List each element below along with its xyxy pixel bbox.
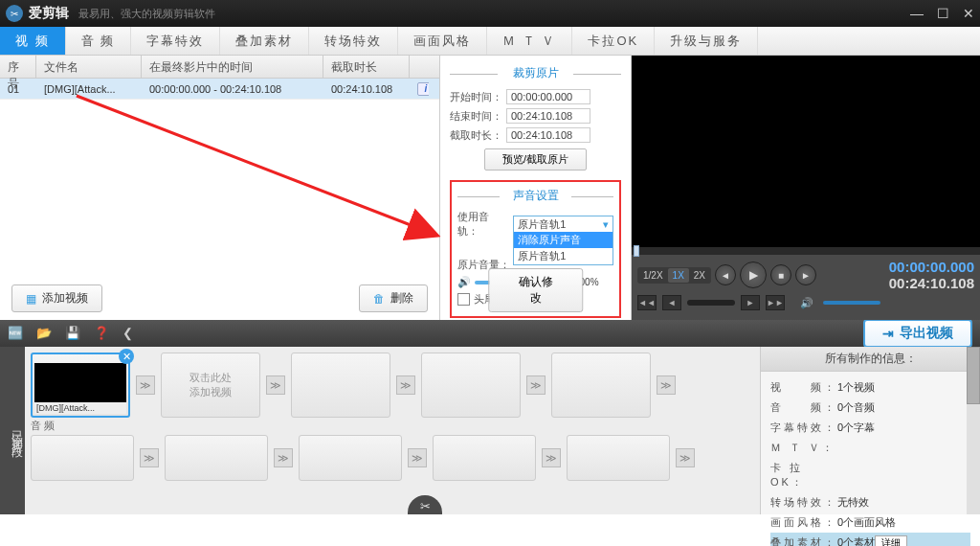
share-icon[interactable]: ❮ bbox=[122, 326, 140, 341]
empty-clip-slot[interactable] bbox=[421, 353, 521, 418]
tab-overlay[interactable]: 叠加素材 bbox=[220, 27, 309, 55]
file-row[interactable]: 01 [DMG][Attack... 00:00:00.000 - 00:24:… bbox=[0, 79, 439, 100]
dropdown-option-track1[interactable]: 原片音轨1 bbox=[514, 248, 612, 264]
titlebar: ✂ 爱剪辑 最易用、强大的视频剪辑软件 — ☐ ✕ bbox=[0, 0, 980, 27]
tab-style[interactable]: 画面风格 bbox=[398, 27, 487, 55]
timeline-label: 已添加片段 bbox=[0, 347, 25, 514]
tab-upgrade[interactable]: 升级与服务 bbox=[655, 27, 758, 55]
chevron-down-icon: ▾ bbox=[603, 218, 609, 231]
total-time: 00:24:10.108 bbox=[889, 275, 974, 291]
app-name: 爱剪辑 bbox=[29, 5, 69, 22]
info-panel: 所有制作的信息： 视 频：1个视频 音 频：0个音频 字幕特效：0个字幕 Ｍ Ｔ… bbox=[760, 347, 980, 514]
trash-icon: 🗑 bbox=[373, 292, 385, 306]
preview-panel: 1/2X 1X 2X ◄ ▶ ■ ► 00:00:00.000 00:24:10… bbox=[632, 56, 980, 320]
col-name: 文件名 bbox=[36, 56, 142, 78]
file-list-panel: 序号 文件名 在最终影片中的时间 截取时长 01 [DMG][Attack...… bbox=[0, 56, 440, 320]
seek-back[interactable]: ◄ bbox=[662, 295, 681, 310]
audio-track-dropdown[interactable]: 原片音轨1▾ 消除原片声音 原片音轨1 bbox=[513, 216, 613, 234]
transition-slot[interactable]: ≫ bbox=[408, 448, 427, 467]
minimize-icon[interactable]: — bbox=[910, 6, 924, 21]
col-dur: 截取时长 bbox=[323, 56, 410, 78]
transition-slot[interactable]: ≫ bbox=[274, 448, 293, 467]
col-num: 序号 bbox=[0, 56, 36, 78]
maximize-icon[interactable]: ☐ bbox=[937, 6, 949, 21]
empty-audio-slot[interactable] bbox=[299, 435, 402, 481]
transition-slot[interactable]: ≫ bbox=[266, 375, 285, 395]
transition-slot[interactable]: ≫ bbox=[396, 375, 415, 395]
tab-karaoke[interactable]: 卡拉OK bbox=[572, 27, 655, 55]
app-subtitle: 最易用、强大的视频剪辑软件 bbox=[78, 7, 215, 21]
fade-checkbox[interactable] bbox=[457, 293, 470, 306]
scissors-icon[interactable]: ✂ bbox=[408, 495, 442, 514]
info-scrollbar[interactable] bbox=[967, 347, 980, 514]
empty-clip-slot[interactable] bbox=[551, 353, 651, 418]
bottom-toolbar: 🆕 📂 💾 ❓ ❮ ⇥ 导出视频 bbox=[0, 320, 980, 347]
info-title: 所有制作的信息： bbox=[761, 347, 980, 372]
scrub-bar[interactable] bbox=[632, 247, 980, 255]
info-icon[interactable]: i bbox=[417, 82, 429, 96]
empty-clip-slot[interactable]: 双击此处 添加视频 bbox=[161, 353, 260, 418]
transition-slot[interactable]: ≫ bbox=[676, 448, 695, 467]
play-button[interactable]: ▶ bbox=[740, 262, 767, 288]
preview-trim-button[interactable]: 预览/截取原片 bbox=[484, 148, 587, 171]
end-time-input[interactable]: 00:24:10.108 bbox=[506, 108, 590, 124]
empty-clip-slot[interactable] bbox=[291, 353, 390, 418]
speed-half[interactable]: 1/2X bbox=[638, 268, 668, 283]
video-preview[interactable] bbox=[632, 56, 980, 247]
speed-selector: 1/2X 1X 2X bbox=[637, 267, 711, 284]
empty-audio-slot[interactable] bbox=[165, 435, 268, 481]
preview-volume-slider[interactable] bbox=[823, 301, 880, 305]
jog-wheel[interactable] bbox=[687, 300, 735, 306]
help-icon[interactable]: ❓ bbox=[94, 326, 111, 341]
add-video-button[interactable]: ▦ 添加视频 bbox=[11, 284, 102, 312]
close-icon[interactable]: ✕ bbox=[963, 6, 974, 21]
speed-2x[interactable]: 2X bbox=[689, 268, 710, 283]
tab-mtv[interactable]: Ｍ Ｔ Ｖ bbox=[487, 27, 572, 55]
audio-track-label: 音 频 bbox=[31, 419, 55, 433]
speaker-icon: 🔊 bbox=[457, 276, 471, 288]
tab-subtitle[interactable]: 字幕特效 bbox=[131, 27, 220, 55]
new-icon[interactable]: 🆕 bbox=[8, 326, 25, 341]
next-button[interactable]: ► bbox=[795, 264, 816, 285]
delete-button[interactable]: 🗑 删除 bbox=[359, 284, 428, 312]
timeline-tracks: ✕ [DMG][Attack... ≫ 双击此处 添加视频 ≫ ≫ ≫ ≫ 音 … bbox=[25, 347, 760, 514]
seek-back-fast[interactable]: ◄◄ bbox=[637, 295, 657, 310]
start-time-input[interactable]: 00:00:00.000 bbox=[506, 89, 590, 104]
empty-audio-slot[interactable] bbox=[31, 435, 134, 481]
seek-fwd-fast[interactable]: ►► bbox=[766, 295, 785, 310]
transition-slot[interactable]: ≫ bbox=[542, 448, 561, 467]
duration-input[interactable]: 00:24:10.108 bbox=[506, 127, 590, 143]
tab-video[interactable]: 视 频 bbox=[0, 27, 66, 55]
volume-icon[interactable]: 🔊 bbox=[800, 297, 813, 309]
empty-audio-slot[interactable] bbox=[433, 435, 536, 481]
main-tabbar: 视 频 音 频 字幕特效 叠加素材 转场特效 画面风格 Ｍ Ｔ Ｖ 卡拉OK 升… bbox=[0, 27, 980, 56]
stop-button[interactable]: ■ bbox=[770, 264, 791, 285]
detail-button[interactable]: 详细 bbox=[875, 535, 907, 546]
transition-slot[interactable]: ≫ bbox=[140, 448, 159, 467]
transition-slot[interactable]: ≫ bbox=[526, 375, 546, 395]
tab-audio[interactable]: 音 频 bbox=[66, 27, 132, 55]
empty-audio-slot[interactable] bbox=[567, 435, 670, 481]
trim-title: 裁剪原片 bbox=[450, 65, 621, 81]
film-icon: ▦ bbox=[26, 292, 36, 306]
video-clip-1[interactable]: ✕ [DMG][Attack... bbox=[31, 353, 130, 418]
transition-slot[interactable]: ≫ bbox=[657, 375, 676, 395]
save-icon[interactable]: 💾 bbox=[65, 326, 82, 341]
open-icon[interactable]: 📂 bbox=[36, 326, 54, 341]
remove-clip-icon[interactable]: ✕ bbox=[119, 349, 134, 364]
confirm-button[interactable]: 确认修改 bbox=[488, 268, 584, 312]
col-time: 在最终影片中的时间 bbox=[142, 56, 323, 78]
transition-slot[interactable]: ≫ bbox=[136, 375, 155, 395]
export-icon: ⇥ bbox=[882, 326, 894, 341]
tab-transition[interactable]: 转场特效 bbox=[309, 27, 398, 55]
export-video-button[interactable]: ⇥ 导出视频 bbox=[863, 319, 972, 348]
dropdown-option-mute[interactable]: 消除原片声音 bbox=[514, 232, 612, 248]
edit-panel: 裁剪原片 开始时间：00:00:00.000 结束时间：00:24:10.108… bbox=[440, 56, 632, 320]
current-time: 00:00:00.000 bbox=[889, 259, 974, 275]
seek-fwd[interactable]: ► bbox=[741, 295, 760, 310]
app-logo-icon: ✂ bbox=[6, 5, 23, 22]
prev-button[interactable]: ◄ bbox=[715, 264, 736, 285]
sound-title: 声音设置 bbox=[457, 188, 613, 204]
speed-1x[interactable]: 1X bbox=[668, 268, 689, 283]
